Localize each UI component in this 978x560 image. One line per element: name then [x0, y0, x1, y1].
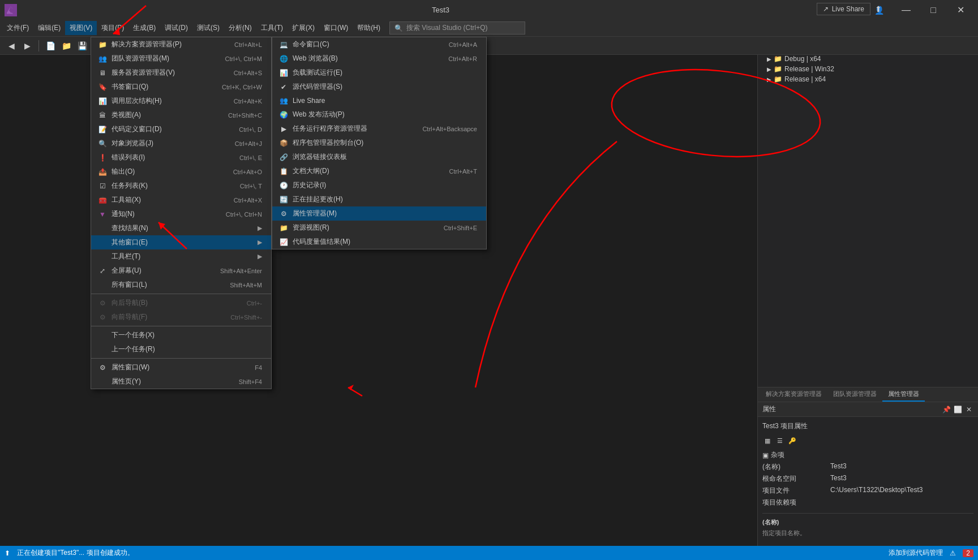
menu-edit[interactable]: 编辑(E): [33, 21, 65, 35]
cmd-window[interactable]: 💻 命令窗口(C) Ctrl+Alt+A: [272, 37, 486, 51]
minimize-button[interactable]: —: [893, 0, 919, 20]
props-val-name: Test3: [830, 462, 973, 472]
props-row-deps: 项目依赖项: [762, 497, 973, 509]
view-fullscreen[interactable]: ⤢ 全屏幕(U) Shift+Alt+Enter: [91, 264, 271, 278]
menu-view[interactable]: 视图(V): [65, 21, 97, 35]
open-button[interactable]: 📁: [59, 39, 73, 53]
view-other-windows[interactable]: 其他窗口(E) ▶: [91, 235, 271, 249]
status-git-icon: ⬆: [5, 549, 10, 557]
web-publish[interactable]: 🌍 Web 发布活动(P): [272, 107, 486, 122]
web-browser-icon: 🌐: [279, 54, 288, 63]
view-next-task[interactable]: 下一个任务(X): [91, 328, 271, 342]
package-manager-icon: 📦: [279, 139, 288, 148]
view-navigate-back[interactable]: ⚙ 向后导航(B) Ctrl+-: [91, 296, 271, 310]
browser-link[interactable]: 🔗 浏览器链接仪表板: [272, 150, 486, 164]
view-toolbox[interactable]: 🧰 工具箱(X) Ctrl+Alt+X: [91, 193, 271, 207]
property-manager-menu-item[interactable]: ⚙ 属性管理器(M): [272, 206, 486, 221]
find-results-icon: [98, 224, 107, 233]
view-all-windows[interactable]: 所有窗口(L) Shift+Alt+M: [91, 278, 271, 292]
search-placeholder: 搜索 Visual Studio (Ctrl+Q): [406, 23, 488, 33]
tab-solution-explorer[interactable]: 解决方案资源管理器: [760, 387, 827, 402]
source-control[interactable]: ✔ 源代码管理器(S): [272, 80, 486, 94]
props-grid-button[interactable]: ▦: [762, 436, 773, 446]
live-share-button[interactable]: ↗ Live Share: [817, 3, 870, 15]
pending-changes[interactable]: 🔄 正在挂起更改(H): [272, 192, 486, 206]
tab-team-explorer[interactable]: 团队资源管理器: [827, 387, 882, 402]
load-test[interactable]: 📊 负载测试运行(E): [272, 66, 486, 80]
code-metrics[interactable]: 📈 代码度量值结果(M): [272, 235, 486, 249]
view-output[interactable]: 📤 输出(O) Ctrl+Alt+O: [91, 165, 271, 179]
props-list-button[interactable]: ☰: [775, 436, 785, 446]
code-definition-icon: 📝: [98, 125, 107, 134]
history-icon: 🕐: [279, 181, 288, 190]
menu-window[interactable]: 窗口(W): [319, 21, 353, 35]
menu-file[interactable]: 文件(F): [2, 21, 33, 35]
error-count: 2: [963, 549, 973, 557]
web-browser[interactable]: 🌐 Web 浏览器(B) Ctrl+Alt+R: [272, 51, 486, 66]
search-icon: 🔍: [394, 24, 403, 32]
right-panel: 属性管理器 - Test3 📌 ⬜ ✕ 🔧 ⚙ 📁 💾 ▼ ⚙ Test3 ▶ …: [757, 0, 978, 560]
task-runner[interactable]: ▶ 任务运行程序资源管理器 Ctrl+Alt+Backsapce: [272, 122, 486, 136]
view-server-explorer[interactable]: 🖥 服务器资源管理器(V) Ctrl+Alt+S: [91, 66, 271, 80]
tree-release-win32[interactable]: ▶ 📁 Release | Win32: [758, 64, 978, 74]
maximize-button[interactable]: □: [920, 0, 946, 20]
tree-release-x64[interactable]: ▶ 📁 Release | x64: [758, 74, 978, 84]
live-share-menu-item[interactable]: 👥 Live Share: [272, 94, 486, 107]
new-file-button[interactable]: 📄: [44, 39, 57, 53]
props-close-button[interactable]: ✕: [964, 405, 973, 414]
view-prev-task[interactable]: 上一个任务(R): [91, 342, 271, 356]
doc-outline[interactable]: 📋 文档大纲(D) Ctrl+Alt+T: [272, 164, 486, 178]
tree-debug-x64[interactable]: ▶ 📁 Debug | x64: [758, 54, 978, 64]
menu-tools[interactable]: 工具(T): [256, 21, 288, 35]
prop-tree: ▼ ⚙ Test3 ▶ 📁 Debug | Win32 ▶ 📁 Debug | …: [758, 31, 978, 387]
menu-test[interactable]: 测试(S): [192, 21, 224, 35]
view-object-browser[interactable]: 🔍 对象浏览器(J) Ctrl+Alt+J: [91, 136, 271, 150]
view-call-hierarchy[interactable]: 📊 调用层次结构(H) Ctrl+Alt+K: [91, 94, 271, 108]
view-property-pages[interactable]: 属性页(Y) Shift+F4: [91, 374, 271, 389]
forward-button[interactable]: ▶: [20, 39, 34, 53]
view-task-list[interactable]: ☑ 任务列表(K) Ctrl+\, T: [91, 179, 271, 193]
add-to-source-label[interactable]: 添加到源代码管理: [889, 548, 943, 558]
props-pin-button[interactable]: 📌: [942, 405, 951, 414]
save-button[interactable]: 💾: [75, 39, 89, 53]
package-manager[interactable]: 📦 程序包管理器控制台(O): [272, 136, 486, 150]
view-toolbars[interactable]: 工具栏(T) ▶: [91, 249, 271, 264]
status-message: 正在创建项目"Test3"... 项目创建成功。: [17, 548, 134, 558]
view-error-list[interactable]: ❗ 错误列表(I) Ctrl+\, E: [91, 150, 271, 165]
menu-extensions[interactable]: 扩展(X): [288, 21, 319, 35]
props-float-button[interactable]: ⬜: [953, 405, 962, 414]
props-description: (名称) 指定项目名称。: [762, 513, 973, 540]
props-row-projfile: 项目文件 C:\Users\T1322\Desktop\Test3: [762, 485, 973, 497]
view-class-view[interactable]: 🏛 类视图(A) Ctrl+Shift+C: [91, 108, 271, 122]
other-windows-menu: 💻 命令窗口(C) Ctrl+Alt+A 🌐 Web 浏览器(B) Ctrl+A…: [272, 37, 487, 249]
vs-logo: [5, 4, 17, 16]
view-properties-window[interactable]: ⚙ 属性窗口(W) F4: [91, 360, 271, 374]
menu-help[interactable]: 帮助(H): [353, 21, 385, 35]
team-explorer-icon: 👥: [98, 54, 107, 63]
menu-project[interactable]: 项目(P): [97, 21, 128, 35]
history[interactable]: 🕐 历史记录(I): [272, 178, 486, 192]
property-manager-icon: ⚙: [279, 209, 288, 218]
close-button[interactable]: ✕: [947, 0, 973, 20]
search-box[interactable]: 🔍 搜索 Visual Studio (Ctrl+Q): [389, 21, 525, 35]
back-button[interactable]: ◀: [5, 39, 18, 53]
menu-build[interactable]: 生成(B): [128, 21, 160, 35]
menu-debug[interactable]: 调试(D): [160, 21, 192, 35]
tab-property-manager[interactable]: 属性管理器: [882, 387, 925, 402]
navigate-back-icon: ⚙: [98, 299, 107, 308]
share-button[interactable]: ⬆: [875, 5, 882, 14]
view-code-definition[interactable]: 📝 代码定义窗口(D) Ctrl+\, D: [91, 122, 271, 136]
view-find-results[interactable]: 查找结果(N) ▶: [91, 221, 271, 235]
view-bookmarks[interactable]: 🔖 书签窗口(Q) Ctrl+K, Ctrl+W: [91, 80, 271, 94]
view-solution-explorer[interactable]: 📁 解决方案资源管理器(P) Ctrl+Alt+L: [91, 37, 271, 51]
view-team-explorer[interactable]: 👥 团队资源管理器(M) Ctrl+\, Ctrl+M: [91, 51, 271, 66]
view-navigate-forward[interactable]: ⚙ 向前导航(F) Ctrl+Shift+-: [91, 310, 271, 324]
misc-collapse-icon: ▣: [762, 451, 769, 459]
resource-view[interactable]: 📁 资源视图(R) Ctrl+Shift+E: [272, 221, 486, 235]
tree-debug-x64-label: Debug | x64: [784, 55, 821, 63]
props-key-button[interactable]: 🔑: [787, 436, 797, 446]
other-windows-icon: [98, 238, 107, 247]
menu-analyze[interactable]: 分析(N): [224, 21, 256, 35]
view-notifications[interactable]: ▼ 通知(N) Ctrl+\, Ctrl+N: [91, 207, 271, 221]
toolbox-icon: 🧰: [98, 196, 107, 205]
